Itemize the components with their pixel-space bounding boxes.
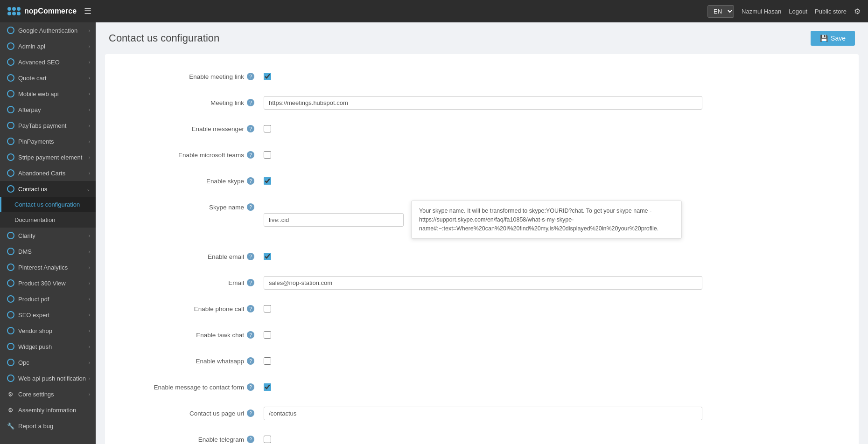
sidebar-item-label: Report a bug	[18, 423, 53, 430]
chevron-right-icon: ›	[89, 91, 90, 97]
sidebar-item-clarity[interactable]: Clarity ›	[0, 228, 96, 243]
sidebar-item-widget-push[interactable]: Widget push ›	[0, 339, 96, 354]
enable-phone-call-checkbox[interactable]	[264, 305, 271, 312]
sidebar-item-core-settings[interactable]: ⚙ Core settings ›	[0, 386, 96, 402]
enable-message-to-contact-form-checkbox[interactable]	[264, 383, 271, 391]
email-input[interactable]	[264, 276, 702, 290]
logo-dot	[12, 12, 16, 15]
sidebar-item-label: SEO expert	[18, 312, 49, 319]
help-icon[interactable]: ?	[247, 279, 254, 286]
chevron-down-icon: ⌄	[86, 187, 90, 192]
sidebar-item-web-api-push[interactable]: Web api push notification ›	[0, 370, 96, 386]
form-label: Skype name ?	[124, 201, 264, 211]
chevron-right-icon: ›	[89, 171, 90, 176]
form-label: Enable message to contact form ?	[124, 383, 264, 391]
main-layout: Google Authentication › Admin api › Adva…	[0, 22, 868, 444]
logout-link[interactable]: Logout	[789, 8, 807, 15]
save-button[interactable]: 💾 Save	[811, 31, 855, 46]
sidebar-item-afterpay[interactable]: Afterpay ›	[0, 102, 96, 118]
sidebar-item-report-a-bug[interactable]: 🔧 Report a bug	[0, 418, 96, 434]
form-label: Contact us page url ?	[124, 409, 264, 417]
form-control-area: Your skype name. It will be transformed …	[264, 201, 840, 239]
form-row-enable-email: Enable email ?	[124, 248, 840, 265]
circle-icon	[7, 106, 14, 113]
sidebar-item-assembly-information[interactable]: ⚙ Assembly information	[0, 402, 96, 418]
public-store-link[interactable]: Public store	[815, 8, 847, 15]
sidebar-item-quote-cart[interactable]: Quote cart ›	[0, 70, 96, 86]
sidebar-item-stripe[interactable]: Stripe payment element ›	[0, 149, 96, 165]
enable-tawk-chat-checkbox[interactable]	[264, 331, 271, 339]
sidebar-item-mobile-web-api[interactable]: Mobile web api ›	[0, 86, 96, 102]
sidebar-item-pinterest[interactable]: Pinterest Analytics ›	[0, 259, 96, 275]
chevron-right-icon: ›	[89, 123, 90, 128]
sidebar-item-vendor-shop[interactable]: Vendor shop ›	[0, 323, 96, 339]
form-row-email: Email ?	[124, 274, 840, 291]
chevron-right-icon: ›	[89, 249, 90, 254]
form-control-area	[264, 436, 840, 443]
user-name-link[interactable]: Nazmul Hasan	[742, 8, 781, 15]
skype-tooltip: Your skype name. It will be transformed …	[411, 201, 682, 239]
sidebar-item-label: DMS	[18, 248, 32, 255]
help-icon[interactable]: ?	[247, 436, 254, 443]
help-icon[interactable]: ?	[247, 357, 254, 365]
logo-dot	[17, 12, 21, 15]
help-icon[interactable]: ?	[247, 177, 254, 185]
sidebar: Google Authentication › Admin api › Adva…	[0, 22, 96, 444]
circle-icon	[7, 153, 14, 161]
enable-whatsapp-checkbox[interactable]	[264, 357, 271, 365]
sidebar-item-paytabs[interactable]: PayTabs payment ›	[0, 118, 96, 133]
circle-icon	[7, 311, 14, 319]
help-icon[interactable]: ?	[247, 305, 254, 312]
help-icon[interactable]: ?	[247, 253, 254, 260]
help-icon[interactable]: ?	[247, 99, 254, 106]
sidebar-item-label: Widget push	[18, 343, 52, 350]
settings-icon[interactable]: ⚙	[854, 7, 861, 16]
sidebar-item-dms[interactable]: DMS ›	[0, 243, 96, 259]
page-title: Contact us configuration	[109, 32, 219, 44]
sidebar-subitem-contact-us-configuration[interactable]: Contact us configuration	[0, 197, 96, 212]
skype-name-input[interactable]	[264, 213, 404, 227]
help-icon[interactable]: ?	[247, 73, 254, 80]
sidebar-item-pinpayments[interactable]: PinPayments ›	[0, 133, 96, 149]
label-text: Email	[228, 279, 244, 286]
sidebar-item-seo-expert[interactable]: SEO expert ›	[0, 307, 96, 323]
form-row-enable-tawk-chat: Enable tawk chat ?	[124, 326, 840, 343]
sidebar-item-label: PinPayments	[18, 138, 54, 145]
sidebar-item-abandoned-carts[interactable]: Abandoned Carts ›	[0, 165, 96, 181]
sidebar-item-label: Admin api	[18, 43, 45, 50]
sidebar-item-label: Afterpay	[18, 106, 41, 113]
enable-skype-checkbox[interactable]	[264, 177, 271, 185]
sidebar-item-label: Product 360 View	[18, 280, 66, 287]
sidebar-item-product-pdf[interactable]: Product pdf ›	[0, 291, 96, 307]
help-icon[interactable]: ?	[247, 203, 254, 211]
language-select[interactable]: EN	[707, 5, 734, 18]
help-icon[interactable]: ?	[247, 331, 254, 339]
help-icon[interactable]: ?	[247, 151, 254, 159]
sidebar-item-contact-us[interactable]: Contact us ⌄	[0, 181, 96, 197]
form-label: Enable tawk chat ?	[124, 331, 264, 339]
sidebar-item-product-360[interactable]: Product 360 View ›	[0, 275, 96, 291]
sidebar-item-label: Stripe payment element	[18, 154, 82, 161]
form-control-area	[264, 151, 840, 159]
enable-microsoft-teams-checkbox[interactable]	[264, 151, 271, 159]
help-icon[interactable]: ?	[247, 125, 254, 132]
enable-messenger-checkbox[interactable]	[264, 125, 271, 132]
sidebar-item-google-auth[interactable]: Google Authentication ›	[0, 22, 96, 38]
form-label: Enable microsoft teams ?	[124, 151, 264, 159]
circle-icon	[7, 169, 14, 177]
contact-us-page-url-input[interactable]	[264, 407, 702, 420]
sidebar-subitem-documentation[interactable]: Documentation	[0, 212, 96, 228]
meeting-link-input[interactable]	[264, 96, 702, 110]
hamburger-icon[interactable]: ☰	[84, 6, 91, 16]
sidebar-item-admin-api[interactable]: Admin api ›	[0, 38, 96, 54]
sidebar-item-opc[interactable]: Opc ›	[0, 354, 96, 370]
enable-email-checkbox[interactable]	[264, 253, 271, 260]
help-icon[interactable]: ?	[247, 383, 254, 391]
sidebar-item-advanced-seo[interactable]: Advanced SEO ›	[0, 54, 96, 70]
help-icon[interactable]: ?	[247, 409, 254, 417]
label-text: Contact us page url	[189, 410, 244, 417]
enable-meeting-link-checkbox[interactable]	[264, 73, 271, 80]
sidebar-item-label: Advanced SEO	[18, 59, 60, 66]
form-label: Email ?	[124, 279, 264, 286]
enable-telegram-checkbox[interactable]	[264, 436, 271, 443]
